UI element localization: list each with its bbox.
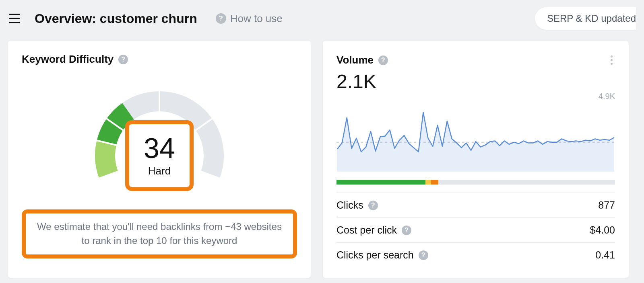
page-title: Overview: customer churn <box>35 11 197 26</box>
volume-max-label: 4.9K <box>336 92 615 101</box>
kebab-icon[interactable] <box>608 53 615 67</box>
kd-label: Hard <box>148 165 171 177</box>
help-icon[interactable]: ? <box>118 55 128 64</box>
kd-score: 34 <box>144 134 175 162</box>
metric-label: Clicks <box>336 199 363 211</box>
metric-label: Clicks per search <box>336 249 414 261</box>
kd-gauge: 34 Hard <box>87 75 232 196</box>
volume-distribution-bar <box>336 180 615 185</box>
metric-value: $4.00 <box>590 224 615 236</box>
kd-estimate: We estimate that you'll need backlinks f… <box>22 209 297 258</box>
metric-row: Clicks per search?0.41 <box>336 242 615 267</box>
help-icon[interactable]: ? <box>419 250 428 260</box>
kd-score-box: 34 Hard <box>125 120 194 191</box>
kd-title: Keyword Difficulty <box>22 53 114 66</box>
metric-row: Cost per click?$4.00 <box>336 217 615 242</box>
metric-value: 0.41 <box>595 249 615 261</box>
bar-segment <box>438 180 615 185</box>
volume-sparkline <box>336 103 615 173</box>
menu-icon[interactable] <box>9 14 20 23</box>
how-to-use-label: How to use <box>230 12 283 25</box>
bar-segment <box>336 180 425 185</box>
volume-card: Volume ? 2.1K 4.9K Clicks?877Cost per cl… <box>323 41 629 278</box>
how-to-use-link[interactable]: ? How to use <box>216 12 283 25</box>
metric-label: Cost per click <box>336 224 397 236</box>
bar-segment <box>425 180 431 185</box>
volume-value: 2.1K <box>336 70 615 92</box>
metric-value: 877 <box>598 199 615 211</box>
volume-title: Volume <box>336 54 374 66</box>
serp-updated-pill[interactable]: SERP & KD updated <box>535 7 636 30</box>
keyword-difficulty-card: Keyword Difficulty ? 34 Hard We estimate… <box>8 41 311 278</box>
help-icon[interactable]: ? <box>368 201 378 210</box>
volume-metrics: Clicks?877Cost per click?$4.00Clicks per… <box>336 193 615 267</box>
bar-segment <box>431 180 438 185</box>
help-icon[interactable]: ? <box>402 226 411 235</box>
help-icon: ? <box>216 13 226 24</box>
help-icon[interactable]: ? <box>378 55 388 65</box>
metric-row: Clicks?877 <box>336 193 615 217</box>
